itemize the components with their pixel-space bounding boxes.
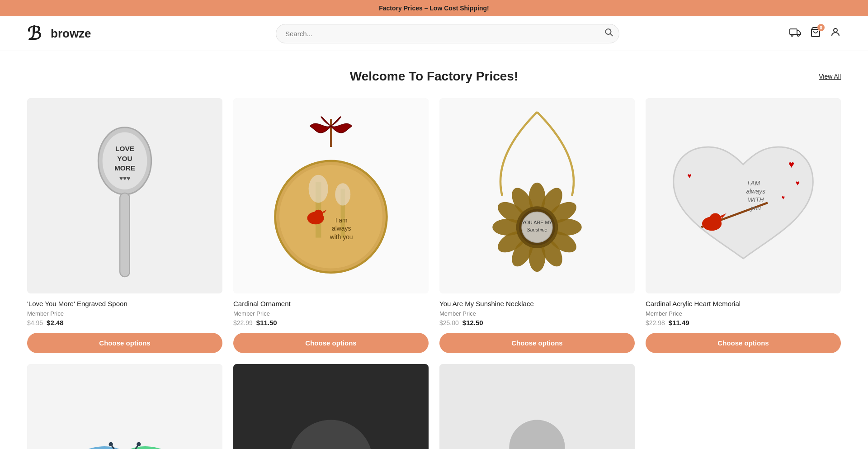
sale-price: $12.50 <box>462 319 483 326</box>
product-card: YOU ARE MY Sunshine You Are My Sunshine … <box>439 98 635 353</box>
section-header: Welcome To Factory Prices! View All <box>27 69 841 84</box>
svg-text:♥: ♥ <box>788 159 794 170</box>
choose-options-button[interactable]: Choose options <box>439 333 635 353</box>
product-image-container: LOVE YOU MORE ♥♥♥ <box>27 98 222 293</box>
main-content: Welcome To Factory Prices! View All LOVE… <box>0 51 868 449</box>
product-image-gray <box>439 364 635 449</box>
svg-point-5 <box>797 34 799 36</box>
svg-text:LOVE: LOVE <box>115 145 134 152</box>
product-card: LOVE YOU MORE ♥♥♥ 'Love You More' Engrav… <box>27 98 222 353</box>
product-image-spoon: LOVE YOU MORE ♥♥♥ <box>27 98 222 293</box>
member-price-label: Member Price <box>646 310 841 317</box>
empty-slot <box>646 364 841 449</box>
product-card: I am always with you Cardinal Ornament M… <box>233 98 429 353</box>
logo[interactable]: ℬ browze <box>27 24 118 43</box>
logo-icon: ℬ <box>27 24 47 43</box>
svg-text:always: always <box>746 188 765 195</box>
view-all-link[interactable]: View All <box>819 73 841 80</box>
svg-rect-3 <box>790 29 797 34</box>
svg-text:Sunshine: Sunshine <box>527 227 547 232</box>
top-banner: Factory Prices – Low Cost Shipping! <box>0 0 868 16</box>
price-row: $4.95 $2.48 <box>27 319 222 326</box>
svg-text:I am: I am <box>335 217 348 224</box>
product-card-partial: ... <box>233 364 429 449</box>
product-image-butterfly <box>27 364 222 449</box>
svg-point-4 <box>791 34 793 36</box>
product-image-container <box>439 364 635 449</box>
member-price-label: Member Price <box>27 310 222 317</box>
original-price: $22.98 <box>646 319 665 326</box>
svg-text:always: always <box>332 225 351 232</box>
header-icons: 0 <box>778 27 841 40</box>
svg-text:YOU ARE MY: YOU ARE MY <box>522 220 552 225</box>
choose-options-button[interactable]: Choose options <box>646 333 841 353</box>
svg-text:WITH: WITH <box>748 196 764 203</box>
svg-text:♥: ♥ <box>688 172 692 180</box>
svg-point-25 <box>313 210 323 220</box>
product-grid: LOVE YOU MORE ♥♥♥ 'Love You More' Engrav… <box>27 98 841 353</box>
svg-point-54 <box>709 213 722 226</box>
choose-options-button[interactable]: Choose options <box>27 333 222 353</box>
product-image-heart: ♥ ♥ ♥ ♥ I AM always WITH you <box>646 98 841 293</box>
svg-text:I AM: I AM <box>747 180 760 187</box>
banner-text: Factory Prices – Low Cost Shipping! <box>379 5 489 12</box>
price-row: $22.98 $11.49 <box>646 319 841 326</box>
search-button[interactable] <box>605 28 613 39</box>
svg-point-19 <box>279 165 382 268</box>
sale-price: $2.48 <box>47 319 64 326</box>
product-name: Cardinal Acrylic Heart Memorial <box>646 300 841 307</box>
member-price-label: Member Price <box>233 310 429 317</box>
svg-point-67 <box>109 442 113 446</box>
product-image-container: ... <box>233 364 429 449</box>
svg-line-2 <box>610 34 613 36</box>
svg-rect-11 <box>120 193 130 277</box>
svg-point-23 <box>335 183 350 205</box>
delivery-button[interactable] <box>789 27 801 40</box>
svg-text:you: you <box>750 204 761 212</box>
header: ℬ browze 0 <box>0 16 868 51</box>
product-grid-partial: ... <box>27 364 841 449</box>
product-name: You Are My Sunshine Necklace <box>439 300 635 307</box>
price-row: $25.00 $12.50 <box>439 319 635 326</box>
product-card: ♥ ♥ ♥ ♥ I AM always WITH you Cardinal Ac… <box>646 98 841 353</box>
svg-text:YOU: YOU <box>117 155 132 162</box>
choose-options-button[interactable]: Choose options <box>233 333 429 353</box>
product-card-partial <box>27 364 222 449</box>
sale-price: $11.49 <box>669 319 689 326</box>
product-image-container: YOU ARE MY Sunshine <box>439 98 635 293</box>
product-image-dark: ... <box>233 364 429 449</box>
svg-point-22 <box>309 175 328 203</box>
product-image-ornament: I am always with you <box>233 98 429 293</box>
svg-text:♥: ♥ <box>796 179 800 187</box>
svg-text:MORE: MORE <box>114 164 135 172</box>
original-price: $22.99 <box>233 319 253 326</box>
product-image-container: ♥ ♥ ♥ ♥ I AM always WITH you <box>646 98 841 293</box>
svg-text:with you: with you <box>330 233 353 241</box>
product-card-partial <box>439 364 635 449</box>
product-image-necklace: YOU ARE MY Sunshine <box>439 98 635 293</box>
member-price-label: Member Price <box>439 310 635 317</box>
product-image-container: I am always with you <box>233 98 429 293</box>
product-image-container <box>27 364 222 449</box>
product-name: Cardinal Ornament <box>233 300 429 307</box>
svg-text:♥: ♥ <box>782 194 785 201</box>
product-name: 'Love You More' Engraved Spoon <box>27 300 222 307</box>
cart-badge: 0 <box>817 24 825 31</box>
original-price: $4.95 <box>27 319 43 326</box>
svg-point-68 <box>137 442 141 446</box>
section-title: Welcome To Factory Prices! <box>350 69 518 84</box>
price-row: $22.99 $11.50 <box>233 319 429 326</box>
cart-button[interactable]: 0 <box>810 27 821 40</box>
search-area <box>276 24 619 43</box>
account-button[interactable] <box>830 27 841 40</box>
search-input[interactable] <box>276 24 619 43</box>
search-icon <box>605 28 613 37</box>
svg-text:♥♥♥: ♥♥♥ <box>119 175 131 182</box>
sale-price: $11.50 <box>256 319 277 326</box>
svg-point-7 <box>834 28 837 32</box>
account-icon <box>830 27 841 38</box>
delivery-icon <box>789 27 801 37</box>
original-price: $25.00 <box>439 319 459 326</box>
logo-text: browze <box>51 27 91 41</box>
svg-rect-59 <box>27 364 222 449</box>
